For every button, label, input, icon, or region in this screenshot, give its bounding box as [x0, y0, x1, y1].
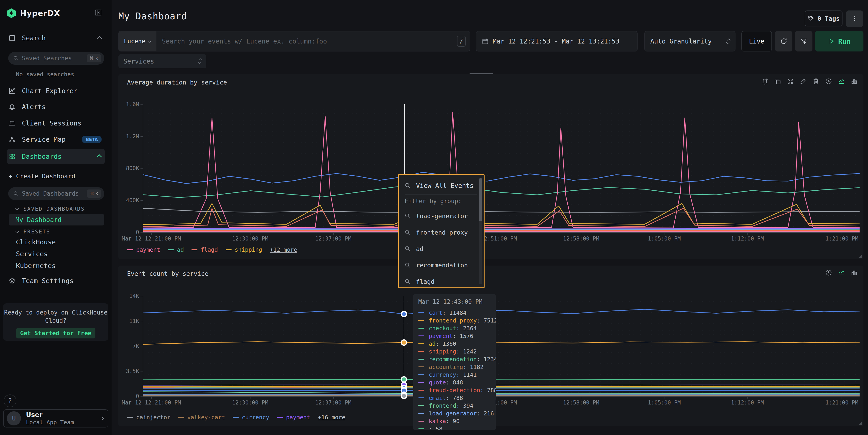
x-axis-tick: [747, 232, 748, 235]
line-chart-average-duration[interactable]: [143, 104, 860, 233]
run-button[interactable]: Run: [815, 31, 863, 52]
tooltip-series-name: cart: [429, 310, 442, 316]
bar-chart-icon[interactable]: [851, 78, 858, 85]
user-name: User: [26, 411, 101, 418]
tooltip-series-value: : 1242: [456, 348, 476, 355]
x-axis-tick: [151, 396, 152, 399]
sidebar-collapse-icon[interactable]: [94, 9, 102, 17]
query-search-input[interactable]: [156, 38, 457, 45]
sidebar-item-kubernetes[interactable]: Kubernetes: [16, 262, 56, 270]
date-range-picker[interactable]: Mar 12 12:21:53 - Mar 12 13:21:53: [476, 31, 638, 52]
y-axis-label: 800K: [121, 165, 139, 172]
sidebar-item-client-sessions[interactable]: Client Sessions: [7, 117, 105, 130]
user-card[interactable]: U User Local App Team: [3, 409, 108, 428]
search-icon: [405, 229, 410, 235]
filter-button[interactable]: [795, 31, 812, 52]
x-axis-tick: [747, 396, 748, 399]
legend-item[interactable]: flagd: [191, 246, 218, 253]
filter-group-item[interactable]: ad: [405, 241, 477, 257]
time-icon[interactable]: [825, 269, 832, 276]
sidebar-item-dashboards[interactable]: Dashboards: [7, 149, 105, 164]
sidebar-item-search[interactable]: Search: [7, 31, 105, 44]
tooltip-series-value: : 216: [477, 410, 494, 417]
chevron-right-icon: [100, 416, 104, 420]
hover-point: [401, 393, 407, 399]
duplicate-icon[interactable]: [774, 78, 781, 85]
help-button[interactable]: ?: [4, 395, 17, 407]
kbd-shortcut: ⌘ K: [87, 189, 101, 198]
series-ad: [143, 184, 860, 197]
query-search-bar[interactable]: Lucene /: [118, 31, 470, 52]
get-started-button[interactable]: Get Started for Free: [16, 328, 95, 338]
time-icon[interactable]: [825, 78, 832, 85]
alert-add-icon[interactable]: [762, 78, 768, 85]
filter-group-item[interactable]: load-generator: [405, 208, 477, 224]
tooltip-series-name: accounting: [429, 364, 463, 370]
x-axis-label: 12:51:00 PM: [481, 236, 517, 242]
tooltip-series-dash: [418, 320, 424, 321]
popup-scrollbar[interactable]: [479, 178, 482, 284]
sidebar-item-service-map[interactable]: Service Map BETA: [7, 133, 105, 146]
edit-icon[interactable]: [800, 78, 807, 85]
series-payment: [143, 112, 860, 228]
legend-label: flagd: [200, 246, 218, 253]
saved-dashboards-search[interactable]: ⌘ K: [8, 187, 104, 200]
tags-button[interactable]: 0 Tags: [805, 10, 842, 26]
legend-item[interactable]: currency: [233, 414, 269, 421]
line-chart-icon[interactable]: [838, 78, 845, 85]
live-button[interactable]: Live: [741, 31, 772, 52]
chart-title: Average duration by service: [127, 79, 227, 86]
sidebar-item-services[interactable]: Services: [16, 250, 48, 258]
delete-icon[interactable]: [812, 78, 819, 85]
legend-more-link[interactable]: +12 more: [270, 246, 297, 253]
create-dashboard-button[interactable]: + Create Dashboard: [7, 169, 105, 183]
filter-group-item[interactable]: flagd: [405, 273, 477, 288]
legend-dash: [191, 249, 197, 250]
search-icon: [405, 279, 410, 284]
section-saved-dashboards[interactable]: SAVED DASHBOARDS: [17, 206, 85, 212]
legend-item[interactable]: ad: [168, 246, 184, 253]
granularity-select[interactable]: Auto Granularity: [644, 31, 736, 52]
line-chart-icon[interactable]: [838, 269, 845, 276]
section-presets[interactable]: PRESETS: [17, 229, 50, 235]
x-axis-tick: [664, 232, 664, 235]
legend-more-link[interactable]: +16 more: [318, 414, 345, 421]
search-icon: [13, 56, 19, 61]
bar-chart-icon[interactable]: [851, 269, 858, 276]
popup-scrollbar-thumb[interactable]: [479, 178, 482, 221]
sidebar-item-clickhouse[interactable]: ClickHouse: [16, 238, 56, 246]
dashboard-menu-button[interactable]: [846, 10, 863, 27]
legend-item[interactable]: valkey-cart: [178, 414, 225, 421]
tooltip-series-name: fraud-detection: [429, 387, 480, 394]
view-all-events-item[interactable]: View All Events: [405, 179, 477, 192]
sidebar-item-chart-explorer[interactable]: Chart Explorer: [7, 84, 105, 97]
tooltip-series-value: : 1141: [456, 371, 476, 378]
saved-searches-search[interactable]: ⌘ K: [8, 52, 104, 65]
sidebar-item-my-dashboard[interactable]: My Dashboard: [9, 214, 104, 225]
date-range-label: Mar 12 12:21:53 - Mar 12 13:21:53: [493, 38, 619, 45]
services-filter-select[interactable]: Services: [118, 54, 206, 68]
panel-resize-grip[interactable]: [859, 254, 862, 258]
kebab-menu-icon: [851, 15, 858, 22]
x-axis-label: 12:37:00 PM: [315, 400, 351, 406]
legend-item[interactable]: payment: [277, 414, 310, 421]
sidebar-item-alerts[interactable]: Alerts: [7, 100, 105, 114]
filter-group-item[interactable]: recommendation: [405, 257, 477, 273]
sidebar-item-team-settings[interactable]: Team Settings: [7, 274, 105, 287]
legend-item[interactable]: payment: [127, 246, 160, 253]
cloud-card-line1: Ready to deploy on ClickHouse: [3, 308, 108, 317]
line-chart-event-count[interactable]: [143, 296, 860, 397]
panel-resize-grip[interactable]: [859, 421, 862, 425]
y-axis-label: 11K: [121, 318, 139, 324]
legend-item[interactable]: cainjector: [127, 414, 170, 421]
tooltip-series-value: : 90: [446, 418, 460, 425]
saved-dashboards-input[interactable]: [22, 190, 87, 197]
expand-icon[interactable]: [787, 78, 794, 85]
x-axis-label: Mar 12 12:21:00 PM: [122, 236, 181, 242]
query-language-select[interactable]: Lucene: [119, 31, 156, 51]
saved-searches-input[interactable]: [22, 55, 87, 62]
filter-group-item[interactable]: frontend-proxy: [405, 224, 477, 241]
legend-item[interactable]: shipping: [226, 246, 262, 253]
refresh-button[interactable]: [775, 31, 793, 52]
series-cart: [143, 309, 860, 314]
